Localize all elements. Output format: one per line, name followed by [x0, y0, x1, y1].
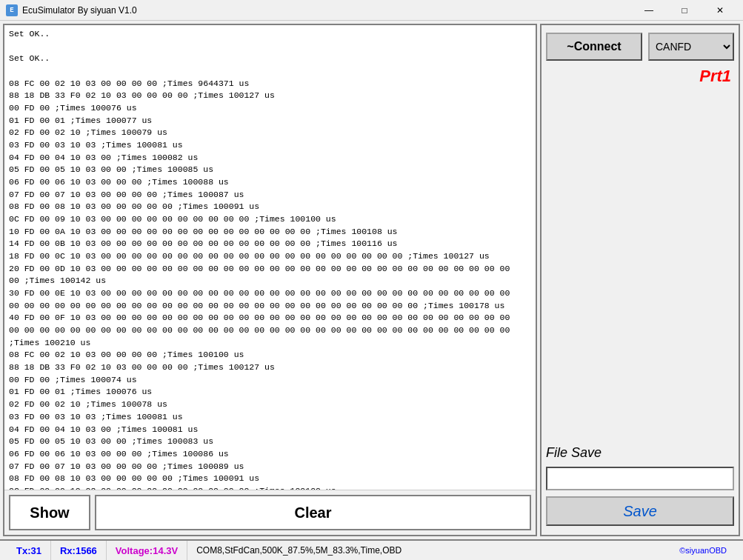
maximize-button[interactable]: □ [667, 2, 702, 19]
connect-button[interactable]: ~Connect [546, 33, 642, 61]
log-display[interactable]: Set OK.. Set OK.. 08 FC 00 02 10 03 00 0… [4, 25, 536, 490]
right-panel: ~Connect CANFD Prt1 File Save Save [540, 24, 740, 536]
connect-row: ~Connect CANFD [546, 33, 734, 61]
voltage-value: 14.3V [153, 545, 178, 556]
prt-label: Prt1 [546, 67, 734, 86]
rx-value: 1566 [76, 545, 97, 556]
app-icon: E [6, 4, 18, 16]
statusbar: Tx: 31 Rx: 1566 Voltage: 14.3V COM8,StFd… [0, 539, 743, 560]
main-area: Set OK.. Set OK.. 08 FC 00 02 10 03 00 0… [0, 21, 743, 539]
left-panel: Set OK.. Set OK.. 08 FC 00 02 10 03 00 0… [3, 24, 537, 536]
bottom-buttons: Show Clear [4, 490, 536, 535]
brand-label: ©siyuanOBD [679, 546, 727, 555]
save-button[interactable]: Save [546, 496, 734, 526]
file-save-label: File Save [546, 445, 734, 461]
rx-segment: Rx: 1566 [51, 541, 107, 560]
minimize-button[interactable]: — [632, 2, 666, 19]
canfd-select[interactable]: CANFD [648, 33, 734, 61]
voltage-label: Voltage: [116, 545, 153, 556]
info-segment: COM8,StFdCan,500K_87.5%,5M_83.3%,Time,OB… [187, 541, 736, 560]
titlebar: E EcuSimulator By siyuan V1.0 — □ ✕ [0, 0, 743, 21]
window-controls: — □ ✕ [632, 2, 737, 19]
tx-segment: Tx: 31 [7, 541, 51, 560]
clear-button[interactable]: Clear [95, 495, 531, 530]
voltage-segment: Voltage: 14.3V [107, 541, 187, 560]
tx-label: Tx: [16, 545, 31, 556]
right-spacer [546, 92, 734, 433]
close-button[interactable]: ✕ [703, 2, 737, 19]
tx-value: 31 [31, 545, 41, 556]
show-button[interactable]: Show [9, 495, 90, 530]
app-title: EcuSimulator By siyuan V1.0 [22, 5, 632, 16]
status-info: COM8,StFdCan,500K_87.5%,5M_83.3%,Time,OB… [196, 545, 402, 556]
file-save-input[interactable] [546, 467, 734, 490]
rx-label: Rx: [60, 545, 76, 556]
